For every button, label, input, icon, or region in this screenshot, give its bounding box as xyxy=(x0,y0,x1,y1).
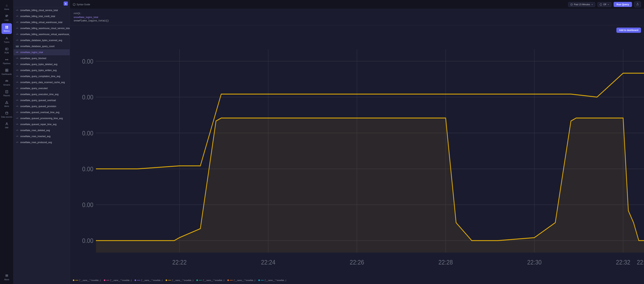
sidebar-item-reports[interactable]: Reports xyxy=(0,88,13,98)
dropdown-item-4[interactable]: snowflake_billing_warehouse_cloud_servic… xyxy=(14,25,70,31)
legend-line-4 xyxy=(199,280,202,281)
svg-rect-13 xyxy=(7,69,8,70)
metric-icon-6 xyxy=(16,39,19,42)
legend-label-6: {"__name__":"snowflak...} xyxy=(265,279,286,281)
sidebar-label-logs: Logs xyxy=(5,19,9,21)
sidebar-item-pipelines[interactable]: Pipelines xyxy=(0,56,13,66)
chart-legend: {"__name__":"snowflak...}{"__name__":"sn… xyxy=(70,277,644,284)
dropdown-item-19[interactable]: snowflake_queued_provisioning_time_avg xyxy=(14,115,70,121)
dropdown-item-1[interactable]: snowflake_billing_cloud_service_total xyxy=(14,7,70,13)
sidebar-item-streams[interactable]: Streams xyxy=(0,77,13,88)
dropdown-item-18[interactable]: snowflake_queued_overload_time_avg xyxy=(14,109,70,115)
dropdown-item-2[interactable]: snowflake_billing_total_credit_total xyxy=(14,13,70,19)
refresh-icon xyxy=(600,3,602,6)
legend-label-5: {"__name__":"snowflak...} xyxy=(234,279,255,281)
svg-rect-25 xyxy=(6,275,8,276)
dropdown-item-14[interactable]: snowflake_query_executed xyxy=(14,85,70,91)
dropdown-item-10[interactable]: snowflake_query_bytes_deleted_avg xyxy=(14,61,70,67)
metrics-icon xyxy=(5,25,9,29)
svg-text:0.00: 0.00 xyxy=(82,201,93,208)
add-to-dashboard-button[interactable]: Add to dashboard xyxy=(616,27,641,33)
svg-text:22:30: 22:30 xyxy=(527,259,542,266)
rum-icon xyxy=(5,47,9,51)
legend-item-3[interactable]: {"__name__":"snowflak...} xyxy=(166,279,194,281)
dropdown-item-11[interactable]: snowflake_query_bytes_written_avg xyxy=(14,67,70,73)
main-content: i Syntax Guide Past 15 Minutes Off Run Q… xyxy=(70,0,644,284)
run-query-button[interactable]: Run Query xyxy=(614,2,632,7)
sidebar-item-iam[interactable]: IAM xyxy=(0,120,13,131)
about-icon xyxy=(5,274,9,278)
svg-rect-24 xyxy=(6,275,8,275)
sidebar-label-pipelines: Pipelines xyxy=(3,62,10,64)
share-icon xyxy=(636,3,639,5)
dropdown-item-16[interactable]: snowflake_query_queued_overload xyxy=(14,97,70,103)
metric-icon-10 xyxy=(16,63,19,66)
dropdown-item-12[interactable]: snowflake_query_compilation_time_avg xyxy=(14,73,70,79)
sidebar-item-data-sources[interactable]: Data sources xyxy=(0,109,13,120)
metric-icon-16 xyxy=(16,99,19,102)
dropdown-item-7[interactable]: 123snowflake_database_query_count xyxy=(14,43,70,49)
dropdown-item-label-15: snowflake_query_execution_time_avg xyxy=(20,93,58,96)
sidebar-item-about[interactable]: About xyxy=(0,272,13,283)
dropdown-item-13[interactable]: snowflake_query_data_scanned_cache_avg xyxy=(14,79,70,85)
metric-icon-17 xyxy=(16,105,19,108)
legend-label-2: {"__name__":"snowflak...} xyxy=(141,279,162,281)
svg-text:0.00: 0.00 xyxy=(82,237,93,244)
dropdown-item-3[interactable]: snowflake_billing_virtual_warehouse_tota… xyxy=(14,19,70,25)
refresh-selector[interactable]: Off xyxy=(598,2,611,7)
dropdown-item-label-4: snowflake_billing_warehouse_cloud_servic… xyxy=(20,27,70,30)
syntax-guide-link[interactable]: i Syntax Guide xyxy=(73,3,90,6)
svg-text:22:32: 22:32 xyxy=(616,259,630,266)
legend-dot-1 xyxy=(104,280,105,281)
dropdown-item-label-6: snowflake_database_bytes_scanned_avg xyxy=(20,39,62,42)
legend-label-0: {"__name__":"snowflak...} xyxy=(79,279,101,281)
sidebar-item-rum[interactable]: RUM xyxy=(0,45,13,56)
metric-icon-11 xyxy=(16,69,19,72)
sidebar-label-iam: IAM xyxy=(5,127,8,129)
legend-item-5[interactable]: {"__name__":"snowflak...} xyxy=(227,279,255,281)
home-icon: ⌂ xyxy=(5,3,9,7)
search-up-button[interactable]: ▲ xyxy=(64,1,68,6)
metric-search-input[interactable]: snowf xyxy=(16,2,62,5)
dropdown-item-label-18: snowflake_queued_overload_time_avg xyxy=(20,111,59,114)
dropdown-item-21[interactable]: snowflake_rows_deleted_avg xyxy=(14,127,70,133)
dropdown-item-8[interactable]: snowflake_logins_total xyxy=(14,49,70,55)
dropdown-item-20[interactable]: snowflake_queued_repair_time_avg xyxy=(14,121,70,127)
dropdown-item-5[interactable]: snowflake_billing_warehouse_virtual_ware… xyxy=(14,31,70,37)
dropdown-item-22[interactable]: snowflake_rows_inserted_avg xyxy=(14,133,70,139)
sidebar-item-logs[interactable]: Logs xyxy=(0,12,13,23)
legend-item-6[interactable]: {"__name__":"snowflak...} xyxy=(258,279,286,281)
data-sources-icon xyxy=(5,111,9,115)
streams-icon xyxy=(5,79,9,83)
legend-item-1[interactable]: {"__name__":"snowflak...} xyxy=(104,279,132,281)
dropdown-item-17[interactable]: snowflake_query_queued_provision xyxy=(14,103,70,109)
dropdown-item-15[interactable]: snowflake_query_execution_time_avg xyxy=(14,91,70,97)
legend-dot-3 xyxy=(166,280,167,281)
sidebar-item-alerts[interactable]: Alerts xyxy=(0,98,13,109)
svg-rect-26 xyxy=(6,276,8,277)
share-button[interactable] xyxy=(634,1,641,7)
dropdown-item-9[interactable]: snowflake_query_blocked xyxy=(14,55,70,61)
svg-point-23 xyxy=(6,123,7,124)
dropdown-item-23[interactable]: snowflake_rows_produced_avg xyxy=(14,139,70,145)
sidebar-item-home[interactable]: ⌂ Home xyxy=(0,1,13,12)
pipelines-icon xyxy=(5,58,9,62)
sidebar-label-rum: RUM xyxy=(4,52,9,54)
legend-item-4[interactable]: {"__name__":"snowflak...} xyxy=(196,279,224,281)
legend-item-2[interactable]: {"__name__":"snowflak...} xyxy=(134,279,162,281)
sidebar-item-metrics[interactable]: Metrics xyxy=(2,23,12,34)
legend-item-0[interactable]: {"__name__":"snowflak...} xyxy=(73,279,101,281)
chart-area: Add to dashboard xyxy=(70,25,644,284)
dropdown-item-label-1: snowflake_billing_cloud_service_total xyxy=(20,9,58,12)
dropdown-item-label-17: snowflake_query_queued_provision xyxy=(20,105,56,108)
sidebar-item-traces[interactable]: Traces xyxy=(0,34,13,45)
sidebar-item-dashboards[interactable]: Dashboards xyxy=(0,66,13,77)
svg-rect-4 xyxy=(7,26,8,27)
metric-icon-15 xyxy=(16,93,19,96)
legend-line-6 xyxy=(261,280,264,281)
time-range-selector[interactable]: Past 15 Minutes xyxy=(568,2,595,7)
query-metric-link[interactable]: snowflake_logins_total xyxy=(74,16,98,18)
dropdown-item-6[interactable]: snowflake_database_bytes_scanned_avg xyxy=(14,37,70,43)
reports-icon xyxy=(5,90,9,94)
alerts-icon xyxy=(5,100,9,104)
